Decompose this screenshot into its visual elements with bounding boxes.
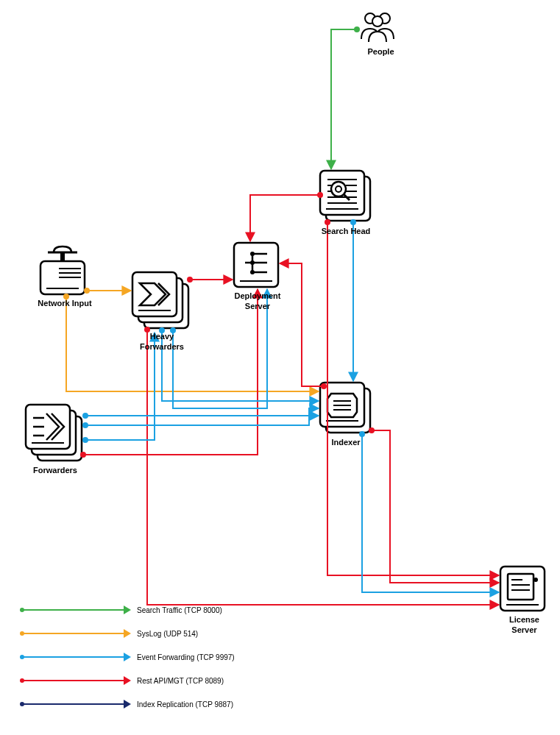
legend-ef-label: Event Forwarding (TCP 9997)	[137, 653, 235, 661]
legend-row-rest: Rest API/MGT (TCP 8089)	[22, 673, 235, 688]
people-label: People	[361, 46, 401, 57]
conn-idx-ds	[280, 263, 324, 386]
legend-syslog-label: SysLog (UDP 514)	[137, 630, 198, 638]
legend-row-search: Search Traffic (TCP 8000)	[22, 603, 235, 617]
svg-point-6	[372, 16, 383, 26]
legend-rest-label: Rest API/MGT (TCP 8089)	[137, 677, 224, 685]
legend: Search Traffic (TCP 8000) SysLog (UDP 51…	[22, 603, 235, 720]
legend-row-ef: Event Forwarding (TCP 9997)	[22, 650, 235, 664]
svg-point-55	[534, 578, 538, 582]
deployment-server-icon	[234, 243, 278, 287]
conn-people-searchhead	[331, 29, 357, 169]
conn-hf-lic	[147, 330, 499, 605]
svg-rect-30	[60, 252, 65, 261]
forwarders-label: Forwarders	[26, 465, 85, 475]
legend-row-repl: Index Replication (TCP 9887)	[22, 697, 235, 711]
indexer-label: Indexer	[324, 437, 368, 447]
conn-idx-lic	[372, 430, 499, 583]
conn-idx-lic-ef	[362, 434, 499, 592]
legend-search-label: Search Traffic (TCP 8000)	[137, 606, 222, 614]
network-input-label: Network Input	[32, 298, 98, 308]
search-head-icon	[320, 171, 370, 221]
conn-fwd-idx-ef2	[85, 408, 319, 425]
heavy-forwarders-label: Heavy Forwarders	[132, 331, 191, 352]
deployment-server-label: Deployment Server	[228, 291, 287, 312]
conn-sh-ds	[250, 195, 320, 241]
heavy-forwarders-icon	[132, 272, 188, 328]
license-server-label: License Server	[504, 614, 545, 636]
search-head-label: Search Head	[320, 226, 372, 236]
legend-row-syslog: SysLog (UDP 514)	[22, 626, 235, 641]
people-icon	[361, 13, 394, 42]
forwarders-icon	[26, 405, 82, 461]
network-input-icon	[40, 246, 85, 294]
legend-repl-label: Index Replication (TCP 9887)	[137, 700, 233, 709]
license-server-icon	[500, 567, 545, 611]
